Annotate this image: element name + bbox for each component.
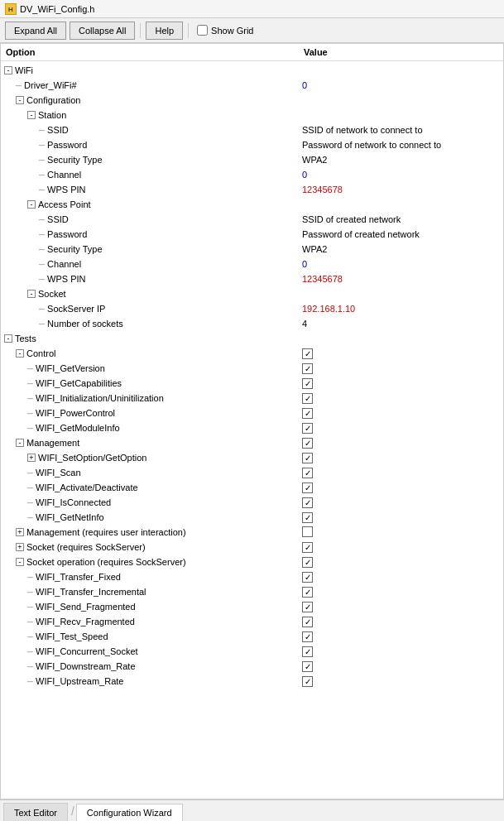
tree-row[interactable]: ─ Channel0	[1, 167, 503, 182]
tree-row[interactable]: ─ Driver_WiFi#0	[1, 78, 503, 93]
checkbox-checked[interactable]: ✓	[302, 676, 313, 687]
expand-button[interactable]: -	[27, 290, 36, 298]
tree-row[interactable]: ─ WIFI_Downstream_Rate✓	[1, 659, 503, 674]
expand-button[interactable]: -	[16, 439, 24, 447]
tree-row[interactable]: ─ WIFI_Recv_Fragmented✓	[1, 614, 503, 629]
tree-row[interactable]: ─ WIFI_Upstream_Rate✓	[1, 674, 503, 689]
expand-button[interactable]: +	[16, 528, 24, 536]
tree-label: Configuration	[26, 95, 80, 105]
checkbox-checked[interactable]: ✓	[302, 572, 313, 583]
tree-row[interactable]: ─ WIFI_Transfer_Incremental✓	[1, 584, 503, 599]
tree-row[interactable]: -Configuration	[1, 93, 503, 108]
tree-row[interactable]: ─ WIFI_GetNetInfo✓	[1, 510, 503, 525]
tree-dash: ─	[27, 379, 33, 388]
checkbox-checked[interactable]: ✓	[302, 348, 313, 359]
bottom-tabs: Text Editor/Configuration Wizard	[0, 799, 504, 821]
checkbox-checked[interactable]: ✓	[302, 423, 313, 434]
checkbox-checked[interactable]: ✓	[302, 587, 313, 598]
tree-row[interactable]: -Socket operation (requires SockServer)✓	[1, 555, 503, 569]
tree-label: Security Type	[47, 155, 102, 165]
expand-button[interactable]: -	[4, 66, 12, 74]
tree-row[interactable]: ─ SSIDSSID of created network	[1, 212, 503, 227]
tree-row[interactable]: -Access Point	[1, 197, 503, 212]
tree-row[interactable]: ─ WIFI_GetVersion✓	[1, 361, 503, 376]
expand-button[interactable]: -	[27, 111, 36, 119]
expand-button[interactable]: -	[27, 200, 36, 209]
tree-row[interactable]: +Management (requires user interaction)	[1, 525, 503, 540]
tree-row[interactable]: ─ PasswordPassword of created network	[1, 227, 503, 242]
tree-row[interactable]: ─ WPS PIN12345678	[1, 271, 503, 286]
tree-row[interactable]: ─ WIFI_Scan✓	[1, 465, 503, 480]
tree-row[interactable]: -WiFi	[1, 63, 503, 78]
tree-row[interactable]: ─ WIFI_Test_Speed✓	[1, 629, 503, 644]
checkbox-checked[interactable]: ✓	[302, 631, 313, 642]
tree-row[interactable]: ─ WIFI_GetCapabilities✓	[1, 376, 503, 391]
expand-button[interactable]: -	[16, 96, 24, 104]
tree-option-cell: ─ WIFI_PowerControl	[1, 408, 299, 418]
expand-button[interactable]: -	[16, 558, 24, 566]
checkbox-checked[interactable]: ✓	[302, 542, 313, 553]
tree-row[interactable]: -Control✓	[1, 346, 503, 361]
checkbox-checked[interactable]: ✓	[302, 512, 313, 523]
tree-dash: ─	[39, 230, 45, 239]
checkbox-checked[interactable]: ✓	[302, 661, 313, 672]
checkbox-checked[interactable]: ✓	[302, 378, 313, 389]
tree-row[interactable]: ─ WIFI_Activate/Deactivate✓	[1, 480, 503, 495]
tree-label: Number of sockets	[47, 319, 123, 329]
tree-value-cell	[299, 526, 503, 539]
checkbox-unchecked[interactable]	[302, 526, 313, 537]
tree-row[interactable]: ─ Security TypeWPA2	[1, 152, 503, 167]
tree-row[interactable]: ─ SSIDSSID of network to connect to	[1, 122, 503, 137]
tree-row[interactable]: -Management✓	[1, 435, 503, 450]
checkbox-checked[interactable]: ✓	[302, 602, 313, 612]
tree-row[interactable]: ─ WPS PIN12345678	[1, 182, 503, 197]
tree-option-cell: ─ Password	[1, 229, 299, 239]
tree-row[interactable]: -Station	[1, 108, 503, 122]
tab-config-wizard[interactable]: Configuration Wizard	[76, 804, 183, 821]
checkbox-checked[interactable]: ✓	[302, 393, 313, 404]
tree-row[interactable]: ─ WIFI_PowerControl✓	[1, 406, 503, 420]
expand-button[interactable]: -	[4, 334, 12, 343]
tree-row[interactable]: ─ Security TypeWPA2	[1, 242, 503, 257]
expand-button[interactable]: +	[27, 454, 36, 462]
expand-all-button[interactable]: Expand All	[5, 22, 66, 40]
title-bar-text: DV_WiFi_Config.h	[20, 4, 94, 14]
tree-label: WIFI_PowerControl	[36, 408, 115, 418]
tree-value-cell: Password of network to connect to	[299, 140, 503, 150]
tree-row[interactable]: ─ PasswordPassword of network to connect…	[1, 137, 503, 152]
checkbox-checked[interactable]: ✓	[302, 438, 313, 449]
help-button[interactable]: Help	[146, 22, 183, 40]
checkbox-checked[interactable]: ✓	[302, 363, 313, 374]
tree-row[interactable]: ─ WIFI_IsConnected✓	[1, 495, 503, 510]
tab-text-editor[interactable]: Text Editor	[3, 803, 68, 821]
tree-row[interactable]: +WIFI_SetOption/GetOption✓	[1, 450, 503, 465]
expand-button[interactable]: -	[16, 349, 24, 358]
checkbox-checked[interactable]: ✓	[302, 617, 313, 627]
tree-row[interactable]: ─ WIFI_Send_Fragmented✓	[1, 599, 503, 614]
tree-label: Management	[26, 438, 79, 448]
tree-row[interactable]: ─ WIFI_Concurrent_Socket✓	[1, 644, 503, 659]
expand-button[interactable]: +	[16, 543, 24, 551]
tree-label: Channel	[47, 259, 81, 269]
tree-row[interactable]: ─ SockServer IP192.168.1.10	[1, 301, 503, 316]
option-header: Option	[6, 47, 304, 57]
tree-row[interactable]: ─ WIFI_Transfer_Fixed✓	[1, 569, 503, 584]
tree-dash: ─	[27, 498, 33, 507]
collapse-all-button[interactable]: Collapse All	[70, 22, 135, 40]
checkbox-checked[interactable]: ✓	[302, 408, 313, 419]
checkbox-checked[interactable]: ✓	[302, 646, 313, 657]
tree-row[interactable]: ─ WIFI_GetModuleInfo✓	[1, 420, 503, 435]
checkbox-checked[interactable]: ✓	[302, 497, 313, 508]
tree-row[interactable]: -Socket	[1, 286, 503, 301]
checkbox-checked[interactable]: ✓	[302, 483, 313, 493]
checkbox-checked[interactable]: ✓	[302, 453, 313, 463]
tree-row[interactable]: ─ Channel0	[1, 257, 503, 271]
tree-row[interactable]: -Tests	[1, 331, 503, 346]
show-grid-checkbox[interactable]	[197, 25, 208, 36]
tree-row[interactable]: ─ WIFI_Initialization/Uninitilization✓	[1, 391, 503, 406]
checkbox-checked[interactable]: ✓	[302, 557, 313, 568]
checkbox-checked[interactable]: ✓	[302, 468, 313, 478]
column-header: Option Value	[1, 44, 503, 61]
tree-row[interactable]: ─ Number of sockets4	[1, 316, 503, 331]
tree-row[interactable]: +Socket (requires SockServer)✓	[1, 540, 503, 555]
